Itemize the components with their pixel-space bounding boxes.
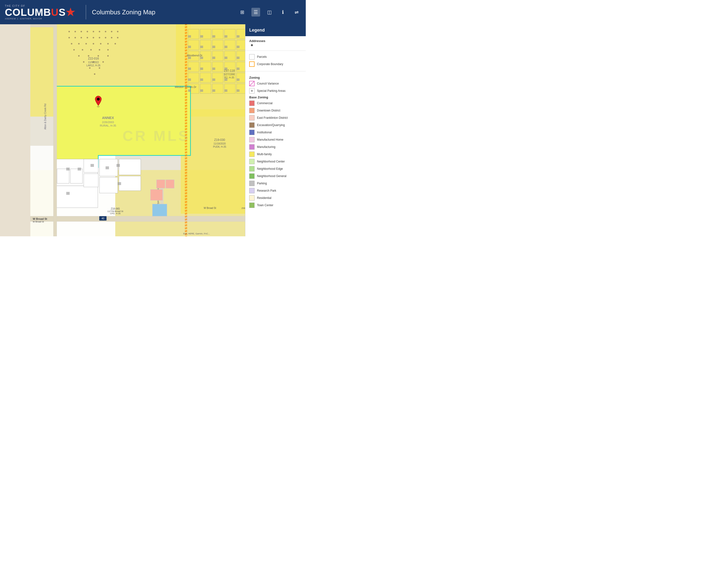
svg-rect-135: [200, 35, 203, 38]
svg-point-58: [68, 37, 70, 38]
svg-point-82: [107, 55, 109, 57]
svg-point-62: [93, 37, 94, 38]
svg-point-49: [68, 31, 70, 32]
legend-excavation-label: Excavation/Quarrying: [257, 123, 285, 127]
svg-point-70: [93, 43, 94, 44]
downtown-swatch-icon: [249, 108, 255, 113]
svg-rect-23: [212, 51, 223, 61]
svg-point-83: [83, 61, 84, 63]
app-header: THE CITY OF COLUMBUS ★ ANDREW J. GINTHER…: [0, 0, 306, 24]
map-area[interactable]: Westbend Dr Weston Woods Dr W Broad St W…: [0, 24, 306, 236]
svg-rect-152: [237, 57, 240, 59]
legend-item-commercial: Commercial: [249, 100, 302, 106]
info-tool-button[interactable]: ℹ: [279, 8, 287, 17]
svg-point-72: [107, 43, 109, 44]
svg-rect-159: [237, 67, 240, 70]
svg-point-71: [100, 43, 101, 44]
legend-downtown-label: Downtown District: [257, 109, 280, 112]
svg-rect-177: [78, 167, 81, 170]
legend-item-residential: Residential: [249, 195, 302, 201]
svg-rect-101: [53, 24, 57, 236]
legend-corporate-label: Corporate Boundary: [257, 62, 283, 66]
svg-rect-14: [188, 40, 199, 50]
svg-point-64: [105, 37, 106, 38]
svg-rect-143: [212, 46, 215, 48]
svg-rect-35: [188, 73, 199, 83]
svg-text:Esri, HERE, Garmin, FAC...: Esri, HERE, Garmin, FAC...: [183, 232, 210, 235]
svg-rect-133: [152, 204, 167, 216]
share-tool-button[interactable]: ⇌: [292, 8, 301, 17]
grid-tool-button[interactable]: ⊞: [238, 8, 247, 17]
neighborhood-edge-swatch-icon: [249, 166, 255, 171]
svg-rect-151: [224, 57, 227, 59]
svg-text:Alton & Darby Creek Rd: Alton & Darby Creek Rd: [44, 104, 47, 130]
legend-item-parking: Parking: [249, 181, 302, 186]
legend-multifamily-label: Multi-family: [257, 152, 272, 156]
svg-rect-172: [224, 89, 227, 92]
legend-institutional-label: Institutional: [257, 131, 272, 134]
legend-zoning-title: Zoning: [249, 76, 302, 79]
svg-text:W Broad St: W Broad St: [33, 220, 44, 223]
svg-rect-173: [237, 89, 240, 92]
legend-parking-label: Parking: [257, 182, 267, 185]
svg-point-73: [115, 43, 116, 44]
excavation-swatch-icon: [249, 122, 255, 128]
special-parking-swatch-icon: [249, 88, 255, 93]
svg-rect-43: [200, 84, 211, 93]
corporate-boundary-swatch-icon: [249, 61, 255, 67]
legend-town-center-label: Town Center: [257, 203, 273, 207]
legend-parcels-label: Parcels: [257, 55, 267, 58]
legend-residential-label: Residential: [257, 196, 271, 200]
svg-text:W Broad St: W Broad St: [204, 207, 216, 209]
svg-point-87: [99, 67, 100, 69]
svg-point-51: [81, 31, 82, 32]
svg-rect-149: [200, 57, 203, 59]
svg-point-61: [87, 37, 88, 38]
legend-item-east-franklinton: East Franklinton District: [249, 115, 302, 120]
svg-rect-166: [237, 78, 240, 81]
legend-research-park-label: Research Park: [257, 189, 276, 192]
legend-item-research-park: Research Park: [249, 188, 302, 193]
svg-rect-156: [200, 67, 203, 70]
svg-point-189: [97, 98, 99, 100]
neighborhood-general-swatch-icon: [249, 173, 255, 179]
svg-rect-130: [157, 180, 165, 188]
svg-rect-158: [224, 67, 227, 70]
svg-point-56: [111, 31, 112, 32]
svg-point-86: [89, 67, 91, 69]
svg-rect-165: [224, 78, 227, 81]
legend-item-special-parking: Special Parking Areas: [249, 88, 302, 93]
parking-swatch-icon: [249, 181, 255, 186]
svg-text:Z18-065: Z18-065: [111, 207, 120, 210]
svg-rect-150: [212, 57, 215, 59]
svg-rect-155: [188, 67, 191, 70]
svg-text:ANNEX: ANNEX: [102, 116, 114, 120]
svg-point-50: [74, 31, 76, 32]
svg-point-76: [90, 49, 92, 50]
svg-rect-181: [66, 192, 70, 195]
town-center-swatch-icon: [249, 202, 255, 208]
layers-tool-button[interactable]: ◫: [265, 8, 274, 17]
svg-point-60: [81, 37, 82, 38]
svg-point-80: [88, 55, 89, 57]
svg-point-75: [82, 49, 83, 50]
commercial-swatch-icon: [249, 100, 255, 106]
svg-point-54: [99, 31, 100, 32]
svg-rect-141: [188, 46, 191, 48]
svg-rect-138: [237, 35, 240, 38]
svg-rect-44: [212, 84, 223, 93]
header-title: Columbus Zoning Map: [92, 8, 156, 16]
legend-item-institutional: Institutional: [249, 130, 302, 135]
svg-point-85: [102, 61, 104, 63]
svg-point-77: [99, 49, 100, 50]
legend-special-parking-label: Special Parking Areas: [257, 89, 285, 92]
svg-text:W Broad St: W Broad St: [33, 217, 47, 220]
institutional-swatch-icon: [249, 130, 255, 135]
svg-point-66: [117, 37, 118, 38]
legend-item-neighborhood-edge: Neighborhood Edge: [249, 166, 302, 171]
svg-rect-98: [119, 159, 141, 175]
svg-point-187: [97, 106, 100, 107]
svg-point-55: [105, 31, 106, 32]
list-tool-button[interactable]: ☰: [251, 8, 260, 17]
legend-divider-1: [245, 50, 306, 51]
